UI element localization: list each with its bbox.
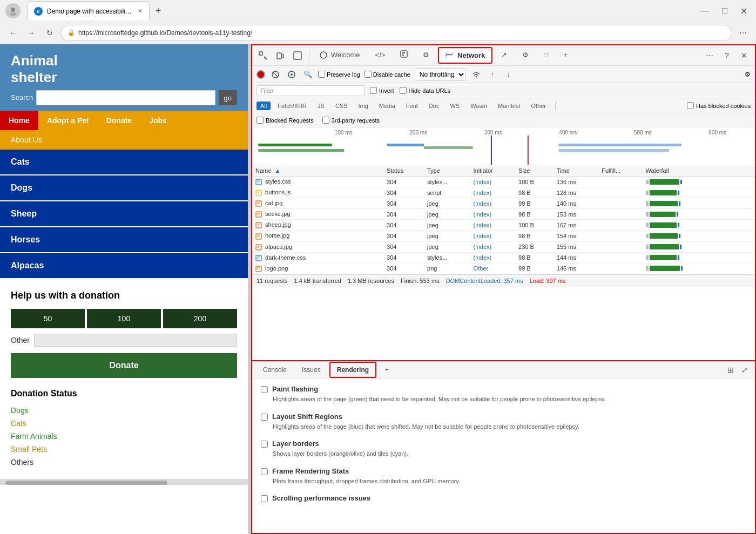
- filter-btn[interactable]: [286, 69, 298, 80]
- col-status[interactable]: Status: [383, 165, 424, 177]
- nav-adopt[interactable]: Adopt a Pet: [38, 111, 98, 130]
- third-party-checkbox[interactable]: [322, 117, 329, 124]
- active-tab[interactable]: e Demo page with accessibility issu ✕: [27, 1, 150, 21]
- initiator-link[interactable]: (index): [474, 222, 492, 228]
- initiator-link[interactable]: (index): [474, 179, 492, 185]
- type-media[interactable]: Media: [375, 102, 399, 110]
- col-time[interactable]: Time: [554, 165, 598, 177]
- preserve-log-label[interactable]: Preserve log: [318, 71, 360, 78]
- other-amount-input[interactable]: [34, 334, 237, 347]
- col-size[interactable]: Size: [515, 165, 554, 177]
- address-bar[interactable]: 🔒 https://microsoftedge.github.io/Demos/…: [60, 25, 732, 41]
- dock-icon[interactable]: ⊞: [725, 364, 737, 376]
- refresh-btn[interactable]: ↻: [42, 25, 57, 40]
- disable-cache-checkbox[interactable]: [364, 71, 372, 78]
- minimize-btn[interactable]: —: [697, 5, 712, 17]
- hide-data-urls-checkbox[interactable]: [400, 87, 407, 94]
- upload-icon[interactable]: ↑: [487, 69, 498, 80]
- download-icon[interactable]: ↓: [503, 69, 515, 80]
- type-doc[interactable]: Doc: [425, 102, 443, 110]
- frame-rendering-checkbox[interactable]: [261, 468, 268, 475]
- nav-jobs[interactable]: Jobs: [140, 111, 176, 130]
- animal-item-alpacas[interactable]: Alpacas: [0, 253, 248, 278]
- initiator-link[interactable]: (index): [474, 200, 492, 207]
- tab-close-btn[interactable]: ✕: [138, 8, 143, 15]
- donate-button[interactable]: Donate: [11, 353, 237, 378]
- amount-200[interactable]: 200: [163, 309, 237, 328]
- col-name[interactable]: Name ▲: [252, 165, 383, 177]
- paint-flashing-checkbox[interactable]: [261, 386, 268, 393]
- table-row[interactable]: sheep.jpg 304 jpeg (index) 100 B 167 ms: [252, 220, 755, 231]
- fullscreen-icon[interactable]: ⤢: [739, 364, 751, 376]
- animal-item-cats[interactable]: Cats: [0, 150, 248, 174]
- initiator-link[interactable]: (index): [474, 244, 492, 250]
- tab-elements[interactable]: </>: [369, 48, 392, 63]
- tab-network[interactable]: Network: [438, 47, 492, 64]
- table-row[interactable]: buttons.js 304 script (index) 98 B 128 m…: [252, 187, 755, 198]
- col-fulfill[interactable]: Fulfill...: [598, 165, 642, 177]
- tab-security[interactable]: □: [537, 48, 555, 63]
- scrolling-perf-checkbox[interactable]: [261, 495, 268, 502]
- tab-welcome[interactable]: Welcome: [313, 48, 367, 64]
- type-ws[interactable]: WS: [446, 102, 463, 110]
- tab-console[interactable]: Console: [256, 363, 293, 377]
- maximize-btn[interactable]: □: [719, 5, 731, 17]
- device-tool-btn[interactable]: [273, 48, 288, 63]
- table-row[interactable]: alpaca.jpg 304 jpeg (index) 230 B 155 ms: [252, 241, 755, 252]
- initiator-link[interactable]: (index): [474, 190, 492, 196]
- layer-borders-checkbox[interactable]: [261, 441, 268, 448]
- preserve-log-checkbox[interactable]: [318, 71, 325, 78]
- blocked-requests-label[interactable]: Blocked Requests: [256, 117, 314, 124]
- initiator-link[interactable]: Other: [474, 265, 489, 272]
- type-fetch-xhr[interactable]: Fetch/XHR: [274, 102, 310, 110]
- table-row[interactable]: cat.jpg 304 jpeg (index) 99 B 140 ms: [252, 198, 755, 209]
- close-btn[interactable]: ✕: [737, 5, 751, 17]
- type-other[interactable]: Other: [527, 102, 550, 110]
- table-row[interactable]: socke.jpg 304 jpeg (index) 98 B 153 ms: [252, 209, 755, 220]
- profile-icon[interactable]: [5, 3, 21, 18]
- col-type[interactable]: Type: [424, 165, 470, 177]
- tab-sources[interactable]: ⚙: [416, 48, 436, 63]
- tab-application[interactable]: ⚙: [516, 48, 535, 63]
- initiator-link[interactable]: (index): [474, 211, 492, 218]
- inspect-tool-btn[interactable]: [255, 48, 271, 63]
- nav-donate[interactable]: Donate: [98, 111, 140, 130]
- wifi-icon[interactable]: [470, 69, 482, 80]
- search-network-btn[interactable]: 🔍: [302, 69, 314, 80]
- clear-network-btn[interactable]: [269, 69, 281, 80]
- tab-issues[interactable]: Issues: [295, 363, 327, 377]
- devtools-close-btn[interactable]: ✕: [737, 48, 752, 63]
- back-btn[interactable]: ←: [5, 25, 21, 40]
- devtools-help-btn[interactable]: ?: [719, 48, 734, 63]
- blocked-requests-checkbox[interactable]: [256, 117, 264, 124]
- tab-performance[interactable]: ↗: [495, 48, 514, 63]
- initiator-link[interactable]: (index): [474, 254, 492, 261]
- col-initiator[interactable]: Initiator: [470, 165, 515, 177]
- col-waterfall[interactable]: Waterfall: [643, 165, 755, 177]
- tab-plus-bottom[interactable]: +: [379, 363, 395, 377]
- disable-cache-label[interactable]: Disable cache: [364, 71, 410, 78]
- third-party-label[interactable]: 3rd-party requests: [322, 117, 380, 124]
- search-input[interactable]: [36, 90, 215, 105]
- more-options-btn[interactable]: ⋯: [735, 25, 751, 40]
- type-manifest[interactable]: Manifest: [494, 102, 524, 110]
- animal-item-horses[interactable]: Horses: [0, 227, 248, 252]
- table-row[interactable]: dark-theme.css 304 styles... (index) 98 …: [252, 252, 755, 263]
- type-wasm[interactable]: Wasm: [467, 102, 491, 110]
- animal-item-sheep[interactable]: Sheep: [0, 201, 248, 226]
- throttle-select[interactable]: No throttling Fast 3G Slow 3G: [415, 68, 466, 81]
- devtools-more-btn[interactable]: ⋯: [702, 48, 717, 63]
- type-all[interactable]: All: [256, 102, 271, 110]
- scrollbar-thumb[interactable]: [5, 481, 167, 485]
- tab-rendering[interactable]: Rendering: [329, 362, 376, 378]
- type-css[interactable]: CSS: [332, 102, 352, 110]
- type-font[interactable]: Font: [402, 102, 422, 110]
- layout-tool-btn[interactable]: [290, 48, 305, 63]
- filter-input[interactable]: [256, 85, 364, 96]
- nav-home[interactable]: Home: [0, 111, 38, 130]
- record-button[interactable]: [256, 70, 265, 79]
- new-tab-btn[interactable]: +: [150, 2, 167, 19]
- amount-100[interactable]: 100: [87, 309, 161, 328]
- table-row[interactable]: styles.css 304 styles... (index) 100 B 1…: [252, 177, 755, 187]
- settings-icon[interactable]: ⚙: [745, 71, 751, 78]
